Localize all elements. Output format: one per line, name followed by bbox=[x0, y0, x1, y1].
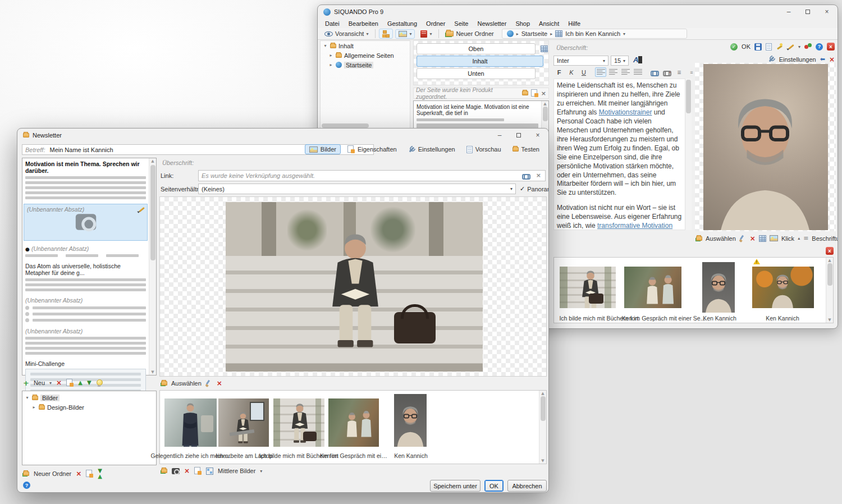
speichern-unter-button[interactable]: Speichern unter bbox=[430, 480, 481, 492]
media-strip-scrollbar[interactable]: ▲▼ bbox=[826, 258, 833, 323]
move-up-icon[interactable]: ▲ bbox=[78, 380, 83, 386]
insert-link-icon[interactable] bbox=[649, 67, 660, 77]
paragraph-list-scrollbar[interactable]: ▲▼ bbox=[149, 158, 156, 375]
media-thumb-2[interactable] bbox=[624, 267, 681, 308]
image-folder-tree[interactable]: ▾ Bilder ▸ Design-Bilder bbox=[22, 391, 157, 465]
voransicht-button[interactable]: Voransicht ▾ bbox=[321, 29, 372, 39]
ok-icon[interactable]: ✓ bbox=[730, 43, 738, 51]
list-item-6[interactable]: (Unbenannter Absatz) bbox=[25, 328, 146, 355]
image-click-icon[interactable] bbox=[770, 235, 778, 241]
menu-shop[interactable]: Shop bbox=[511, 20, 534, 28]
brush-icon[interactable] bbox=[205, 379, 213, 387]
nl-heading-input[interactable] bbox=[159, 157, 546, 168]
nl-maximize-button[interactable] bbox=[509, 129, 528, 142]
menu-bearbeiten[interactable]: Bearbeiten bbox=[345, 20, 382, 28]
add-image-icon[interactable] bbox=[161, 469, 167, 473]
move-down-icon[interactable]: ▼ bbox=[87, 380, 91, 386]
main-image[interactable] bbox=[226, 202, 483, 372]
clear-product-icon[interactable]: × bbox=[541, 90, 546, 97]
image-grid-icon[interactable] bbox=[759, 235, 766, 242]
tab-testen[interactable]: Testen bbox=[508, 144, 544, 154]
copy-image-icon[interactable] bbox=[194, 467, 202, 475]
new-folder-button[interactable]: Neuer Ordner bbox=[34, 470, 71, 477]
nl-thumb-4[interactable] bbox=[328, 398, 379, 447]
breadcrumb-page[interactable]: Startseite bbox=[521, 30, 547, 37]
tree-item-bilder[interactable]: ▾ Bilder bbox=[22, 393, 156, 402]
tree-item-startseite[interactable]: ▸ Startseite bbox=[321, 60, 410, 70]
underline-button[interactable]: U bbox=[578, 67, 589, 77]
section-oben[interactable]: Oben bbox=[417, 43, 536, 54]
site-icon[interactable] bbox=[507, 30, 514, 37]
section-unten[interactable]: Unten bbox=[417, 68, 536, 79]
tab-bilder[interactable]: Bilder bbox=[305, 144, 341, 154]
edit-icon[interactable] bbox=[787, 43, 794, 51]
minimize-button[interactable]: – bbox=[779, 5, 798, 19]
hint-icon[interactable] bbox=[96, 379, 102, 387]
close-button[interactable]: × bbox=[817, 5, 836, 19]
font-size-select[interactable]: 15▾ bbox=[611, 56, 629, 66]
delete-paragraph-icon[interactable]: × bbox=[56, 379, 62, 386]
tree-view-button[interactable] bbox=[379, 29, 393, 39]
nl-choose-image-button[interactable]: Auswählen bbox=[171, 380, 202, 387]
align-justify-button[interactable] bbox=[632, 67, 643, 77]
menu-ansicht[interactable]: Ansicht bbox=[535, 20, 563, 28]
media-thumb-3[interactable] bbox=[702, 262, 735, 313]
help-button[interactable]: ? bbox=[23, 482, 30, 489]
menu-newsletter[interactable]: Newsletter bbox=[473, 20, 510, 28]
menu-gestaltung[interactable]: Gestaltung bbox=[383, 20, 421, 28]
tab-vorschau[interactable]: Vorschau bbox=[462, 144, 506, 155]
link-icon[interactable] bbox=[522, 173, 530, 178]
camera-icon[interactable] bbox=[172, 468, 180, 474]
discard-icon[interactable]: × bbox=[829, 56, 835, 63]
design-button[interactable]: ▾ bbox=[417, 29, 435, 39]
delete-folder-icon[interactable]: × bbox=[76, 470, 81, 477]
neuer-ordner-button[interactable]: Neuer Ordner bbox=[442, 29, 497, 39]
help-icon[interactable]: ? bbox=[816, 43, 823, 51]
tab-einstellungen[interactable]: Einstellungen bbox=[404, 144, 460, 155]
nl-thumb-5[interactable] bbox=[394, 394, 427, 447]
nl-thumb-2[interactable] bbox=[218, 398, 269, 447]
new-paragraph-button[interactable]: Neu bbox=[34, 379, 45, 386]
list-item-4[interactable]: Das Atom als universelle, holistische Me… bbox=[25, 263, 146, 291]
delete-image-icon[interactable]: × bbox=[184, 468, 190, 474]
edit-item-icon[interactable] bbox=[138, 206, 145, 213]
undo-icon[interactable]: ⬅ bbox=[820, 56, 825, 63]
nl-close-button[interactable]: × bbox=[528, 129, 547, 142]
editor-richtext[interactable]: Meine Leidenschaft ist es, Menschen zu i… bbox=[553, 79, 692, 230]
link-field[interactable]: Es wurde keine Verknüpfung ausgewählt. × bbox=[198, 170, 546, 181]
copy-product-icon[interactable] bbox=[531, 89, 538, 97]
panorama-checkbox[interactable]: ✓ Panorama bbox=[520, 185, 549, 193]
tree-hscrollbar[interactable] bbox=[322, 123, 369, 128]
clear-link-icon[interactable]: × bbox=[536, 172, 541, 179]
nl-thumb-1[interactable] bbox=[164, 398, 217, 447]
list-icon[interactable]: ≣ bbox=[674, 67, 685, 77]
ok-button[interactable]: OK bbox=[484, 480, 504, 492]
nl-media-scrollbar[interactable]: ▲▼ bbox=[539, 391, 546, 464]
close-media-strip-icon[interactable]: × bbox=[826, 247, 834, 255]
italic-button[interactable]: K bbox=[566, 67, 577, 77]
section-options-icon[interactable] bbox=[541, 45, 548, 52]
close-editor-icon[interactable]: × bbox=[827, 43, 835, 51]
remove-image-icon[interactable]: × bbox=[750, 235, 756, 242]
align-left-button[interactable] bbox=[595, 67, 606, 77]
document-icon[interactable] bbox=[766, 43, 772, 51]
wand-icon[interactable] bbox=[776, 43, 783, 51]
list-item-1[interactable]: Motivation ist mein Thema. Sprechen wir … bbox=[25, 161, 146, 199]
list-item-5[interactable]: (Unbenannter Absatz) bbox=[25, 297, 146, 322]
menu-ordner[interactable]: Ordner bbox=[422, 20, 449, 28]
breadcrumb-item[interactable]: Ich bin Ken Kannich bbox=[565, 30, 620, 37]
font-color-icon[interactable]: A bbox=[633, 56, 642, 64]
ratio-select[interactable]: (Keines)▾ bbox=[198, 184, 516, 194]
choose-image-button[interactable]: Auswählen bbox=[706, 235, 736, 242]
media-thumb-1[interactable] bbox=[560, 267, 616, 308]
portrait-photo[interactable] bbox=[703, 64, 828, 230]
klick-dropdown[interactable]: Klick bbox=[781, 235, 794, 242]
editor-scrollbar[interactable] bbox=[685, 79, 692, 230]
copy-paragraph-icon[interactable] bbox=[66, 379, 74, 387]
bold-button[interactable]: F bbox=[553, 67, 565, 77]
beschriftung-dropdown[interactable]: Beschriftung bbox=[812, 235, 838, 242]
image-style-button[interactable]: ▾ bbox=[395, 29, 415, 39]
section-inhalt[interactable]: Inhalt bbox=[417, 56, 543, 67]
brush-icon[interactable] bbox=[739, 235, 747, 242]
align-center-button[interactable] bbox=[607, 67, 619, 77]
